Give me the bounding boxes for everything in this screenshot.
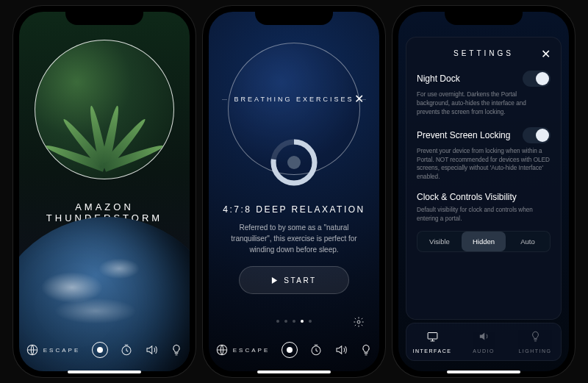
bottom-dock: ESCAPE — [19, 342, 190, 358]
setting-description: Prevent your device from locking when wi… — [417, 147, 551, 182]
setting-title: Clock & Controls Visibility — [417, 192, 517, 202]
breathing-progress-ring — [268, 137, 320, 188]
portal-preview-circle[interactable] — [35, 40, 174, 179]
close-button[interactable]: ✕ — [539, 47, 552, 60]
close-button[interactable]: ✕ — [351, 91, 366, 106]
phone-amazon: AMAZON THUNDERSTORM BRAZIL ESCAPE — [13, 6, 196, 377]
setting-clock-visibility: Clock & Controls Visibility Default visi… — [417, 192, 551, 252]
tab-label: AUDIO — [473, 348, 495, 354]
bottom-dock: ESCAPE — [209, 342, 379, 358]
segment-clock-visibility[interactable]: Visible Hidden Auto — [417, 231, 551, 252]
interface-icon — [426, 330, 439, 346]
lighting-icon — [529, 330, 542, 346]
svg-rect-8 — [428, 333, 437, 340]
tab-lighting[interactable]: LIGHTING — [509, 323, 561, 360]
home-indicator[interactable] — [257, 371, 331, 373]
modal-title: BREATHING EXERCISES — [227, 96, 362, 103]
setting-title: Prevent Screen Locking — [417, 130, 510, 140]
focus-button[interactable] — [282, 342, 298, 358]
segment-option-hidden[interactable]: Hidden — [462, 232, 506, 251]
close-icon: ✕ — [541, 47, 551, 61]
tab-label: INTERFACE — [413, 348, 452, 354]
escape-button[interactable]: ESCAPE — [26, 343, 80, 357]
tab-audio[interactable]: AUDIO — [458, 323, 509, 360]
toggle-prevent-lock[interactable] — [523, 127, 551, 143]
play-icon — [271, 277, 278, 284]
setting-title: Night Dock — [417, 74, 460, 84]
escape-label: ESCAPE — [233, 347, 270, 354]
audio-icon — [478, 330, 490, 346]
segment-option-auto[interactable]: Auto — [506, 232, 550, 251]
notch — [65, 6, 143, 25]
phone-breathing: BREATHING EXERCISES ✕ 4:7:8 DEEP RELAXAT… — [203, 6, 385, 377]
close-icon: ✕ — [354, 92, 364, 106]
setting-night-dock: Night Dock For use overnight. Darkens th… — [417, 71, 551, 117]
volume-icon[interactable] — [334, 343, 348, 357]
gear-icon — [353, 316, 365, 328]
notch — [255, 6, 333, 25]
settings-tabbar: INTERFACE AUDIO LIGHTING — [406, 323, 562, 361]
start-label: START — [284, 276, 316, 284]
portal-screen: AMAZON THUNDERSTORM BRAZIL ESCAPE — [19, 12, 190, 371]
svg-point-5 — [357, 321, 360, 323]
palm-illustration — [60, 79, 148, 168]
phone-settings: SETTINGS ✕ Night Dock For use overnight.… — [392, 6, 575, 377]
breathing-screen: BREATHING EXERCISES ✕ 4:7:8 DEEP RELAXAT… — [209, 12, 379, 371]
start-button[interactable]: START — [239, 266, 349, 294]
home-indicator[interactable] — [68, 371, 141, 373]
settings-panel: SETTINGS ✕ Night Dock For use overnight.… — [406, 37, 562, 320]
setting-prevent-lock: Prevent Screen Locking Prevent your devi… — [417, 127, 551, 182]
bulb-icon[interactable] — [170, 343, 183, 357]
notch — [445, 6, 523, 25]
settings-screen: SETTINGS ✕ Night Dock For use overnight.… — [398, 12, 569, 371]
home-indicator[interactable] — [447, 371, 520, 373]
segment-option-visible[interactable]: Visible — [417, 232, 462, 251]
tab-interface[interactable]: INTERFACE — [406, 323, 458, 360]
svg-point-4 — [287, 156, 301, 169]
exercise-description: Referred to by some as a "natural tranqu… — [228, 222, 360, 255]
volume-icon[interactable] — [145, 343, 158, 357]
modal-header: BREATHING EXERCISES — [222, 96, 366, 103]
timer-icon[interactable] — [120, 343, 133, 357]
toggle-night-dock[interactable] — [523, 71, 551, 87]
escape-button[interactable]: ESCAPE — [215, 343, 270, 357]
setting-description: For use overnight. Darkens the Portal ba… — [417, 90, 551, 117]
timer-icon[interactable] — [309, 343, 323, 357]
globe-icon — [26, 343, 39, 357]
settings-button[interactable] — [353, 316, 365, 328]
tab-label: LIGHTING — [518, 348, 551, 354]
exercise-title: 4:7:8 DEEP RELAXATION — [209, 204, 379, 215]
bulb-icon[interactable] — [359, 343, 373, 357]
panel-header: SETTINGS ✕ — [417, 49, 551, 57]
setting-description: Default visibility for clock and control… — [417, 206, 551, 223]
focus-button[interactable] — [92, 342, 108, 358]
globe-icon — [215, 343, 229, 357]
panel-title: SETTINGS — [453, 49, 514, 57]
escape-label: ESCAPE — [43, 347, 80, 354]
